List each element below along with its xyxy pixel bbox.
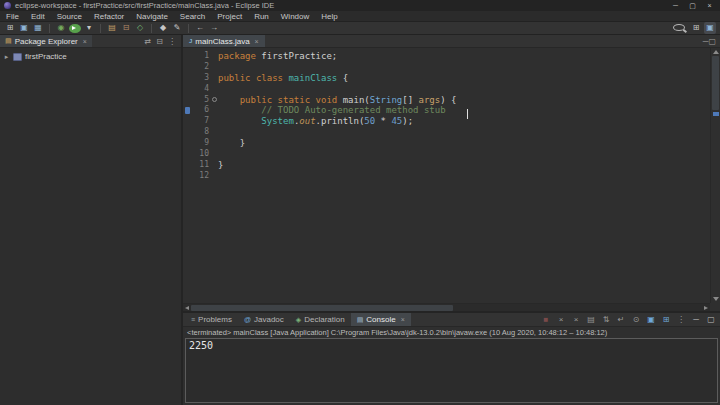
menu-edit[interactable]: Edit (25, 11, 51, 22)
toolbar-separator (188, 24, 189, 33)
code-line[interactable]: 10 (183, 149, 710, 160)
maximize-view-icon[interactable]: ▢ (708, 35, 716, 48)
remove-launch-icon[interactable]: × (555, 314, 567, 326)
forward-icon[interactable]: → (208, 22, 220, 34)
code-text: System.out.println(50 * 45); (218, 116, 413, 127)
terminate-icon[interactable]: ■ (540, 314, 552, 326)
menu-file[interactable]: File (0, 11, 25, 22)
menu-window[interactable]: Window (275, 11, 315, 22)
annotation-gutter[interactable] (183, 62, 192, 73)
annotation-gutter[interactable] (183, 84, 192, 95)
code-token: 50 (364, 116, 375, 126)
annotation-gutter[interactable] (183, 127, 192, 138)
tab-declaration[interactable]: ◈Declaration (290, 313, 351, 326)
code-token: ); (402, 116, 413, 126)
code-line[interactable]: 11} (183, 160, 710, 171)
close-icon[interactable]: × (401, 316, 405, 323)
scroll-up-icon[interactable] (713, 50, 719, 54)
close-icon[interactable]: × (255, 38, 259, 45)
back-icon[interactable]: ← (194, 22, 206, 34)
code-line[interactable]: 12 (183, 171, 710, 182)
new-package-icon[interactable]: ⊟ (120, 22, 132, 34)
open-type-icon[interactable]: ◆ (157, 22, 169, 34)
toolbar-separator (49, 24, 50, 33)
minimize-window-button[interactable]: ─ (667, 0, 684, 11)
annotation-gutter[interactable] (183, 116, 192, 127)
annotation-gutter[interactable] (183, 149, 192, 160)
annotation-gutter[interactable] (183, 105, 192, 116)
close-icon[interactable]: × (83, 38, 87, 45)
toolbar-separator (100, 24, 101, 33)
new-class-icon[interactable]: ◇ (134, 22, 146, 34)
search-icon[interactable] (673, 24, 685, 31)
annotation-gutter[interactable] (183, 51, 192, 62)
overview-ruler[interactable] (710, 48, 720, 303)
new-wizard-icon[interactable]: ⊞ (4, 22, 16, 34)
chevron-right-icon[interactable]: ▸ (3, 53, 10, 61)
tab-problems[interactable]: ≡Problems (185, 313, 238, 326)
menu-source[interactable]: Source (51, 11, 88, 22)
annotation-gutter[interactable] (183, 95, 192, 106)
maximize-view-icon[interactable]: ▢ (705, 314, 717, 326)
console-output[interactable]: 2250 (185, 338, 718, 403)
view-menu-icon[interactable]: ⋮ (168, 35, 176, 48)
tree-item-firstpractice[interactable]: ▸firstPractice (0, 50, 181, 63)
save-all-icon[interactable]: ▦ (32, 22, 44, 34)
run-history-icon[interactable]: ▾ (83, 22, 95, 34)
package-tree: ▸firstPractice (0, 48, 181, 65)
minimize-view-icon[interactable]: ─ (690, 314, 702, 326)
tab-console[interactable]: ▤Console× (351, 313, 411, 326)
code-line[interactable]: 9 } (183, 138, 710, 149)
code-line[interactable]: 1package firstPractice; (183, 51, 710, 62)
remove-all-launches-icon[interactable]: × (570, 314, 582, 326)
run-icon[interactable] (69, 24, 81, 33)
vertical-scrollbar-thumb[interactable] (712, 56, 719, 110)
todo-marker-tick[interactable] (713, 112, 719, 116)
tab-javadoc[interactable]: @Javadoc (238, 313, 290, 326)
save-icon[interactable]: ▣ (18, 22, 30, 34)
console-view-menu-icon[interactable]: ⋮ (675, 314, 687, 326)
collapse-all-icon[interactable]: ⊟ (156, 35, 163, 48)
code-line[interactable]: 3public class mainClass { (183, 73, 710, 84)
word-wrap-icon[interactable]: ↵ (615, 314, 627, 326)
menu-run[interactable]: Run (248, 11, 275, 22)
annotation-gutter[interactable] (183, 171, 192, 182)
open-console-icon[interactable]: ⊞ (660, 314, 672, 326)
code-line[interactable]: 4 (183, 84, 710, 95)
code-line[interactable]: 6 // TODO Auto-generated method stub (183, 105, 710, 116)
menu-navigate[interactable]: Navigate (130, 11, 174, 22)
java-perspective-icon[interactable]: ▣ (704, 22, 716, 34)
menu-project[interactable]: Project (211, 11, 248, 22)
scroll-right-icon[interactable] (704, 306, 708, 310)
scroll-down-icon[interactable] (713, 297, 719, 301)
scroll-left-icon[interactable] (185, 306, 189, 310)
tab-package-explorer[interactable]: ▤ Package Explorer × (0, 35, 92, 47)
new-java-project-icon[interactable]: ▤ (106, 22, 118, 34)
mark-occurrences-icon[interactable]: ✎ (171, 22, 183, 34)
scroll-lock-icon[interactable]: ⇅ (600, 314, 612, 326)
horizontal-scrollbar[interactable] (183, 303, 710, 311)
code-line[interactable]: 8 (183, 127, 710, 138)
menu-search[interactable]: Search (174, 11, 211, 22)
close-window-button[interactable]: × (701, 0, 718, 11)
console-tab-label: Javadoc (254, 315, 284, 324)
clear-console-icon[interactable]: ▤ (585, 314, 597, 326)
annotation-gutter[interactable] (183, 138, 192, 149)
annotation-gutter[interactable] (183, 160, 192, 171)
package-explorer-panel: ▤ Package Explorer × ⇄⊟⋮ ▸firstPractice (0, 35, 183, 405)
link-with-editor-icon[interactable]: ⇄ (145, 35, 152, 48)
menu-help[interactable]: Help (315, 11, 343, 22)
code-line[interactable]: 5 public static void main(String[] args)… (183, 95, 710, 106)
maximize-window-button[interactable]: ▢ (684, 0, 701, 11)
horizontal-scrollbar-thumb[interactable] (191, 305, 453, 311)
code-line[interactable]: 2 (183, 62, 710, 73)
annotation-gutter[interactable] (183, 73, 192, 84)
display-selected-console-icon[interactable]: ▣ (645, 314, 657, 326)
code-line[interactable]: 7 System.out.println(50 * 45); (183, 116, 710, 127)
debug-icon[interactable]: ◉ (55, 22, 67, 34)
tab-mainclass-java[interactable]: J mainClass.java × (183, 35, 265, 47)
menu-refactor[interactable]: Refactor (88, 11, 130, 22)
pin-console-icon[interactable]: ⊙ (630, 314, 642, 326)
open-perspective-icon[interactable]: ⊞ (690, 22, 702, 34)
code-editor[interactable]: 1package firstPractice;23public class ma… (183, 48, 720, 311)
